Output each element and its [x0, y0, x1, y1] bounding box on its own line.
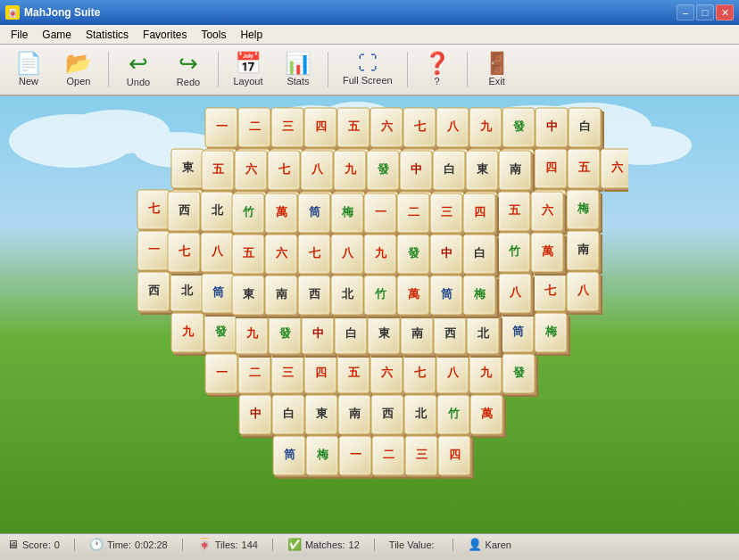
score-icon: 🖥: [7, 538, 19, 551]
title-bar: 🀄 MahJong Suite – □ ✕: [0, 0, 739, 25]
new-button[interactable]: 📄 New: [5, 47, 52, 92]
stats-icon: 📊: [285, 53, 311, 74]
time-display: 🕐 Time: 0:02:28: [89, 538, 168, 551]
status-sep-5: [453, 539, 453, 551]
score-label: Score:: [22, 539, 51, 550]
fullscreen-label: Full Screen: [343, 75, 393, 86]
open-label: Open: [67, 76, 91, 86]
maximize-button[interactable]: □: [696, 4, 714, 21]
game-area: [0, 96, 739, 533]
title-bar-left: 🀄 MahJong Suite: [5, 5, 100, 20]
toolbar-separator-3: [328, 52, 328, 87]
fullscreen-icon: ⛶: [358, 54, 378, 73]
redo-icon: ↪: [179, 52, 198, 75]
new-label: New: [19, 76, 38, 86]
stats-button[interactable]: 📊 Stats: [275, 47, 321, 92]
layout-icon: 📅: [235, 53, 262, 74]
matches-icon: ✅: [287, 538, 302, 551]
tiles-icon: 🀄: [197, 538, 212, 551]
toolbar-separator-1: [108, 52, 109, 87]
exit-button[interactable]: 🚪 Exit: [474, 47, 520, 92]
open-icon: 📂: [65, 53, 92, 74]
menu-game[interactable]: Game: [35, 25, 79, 44]
exit-icon: 🚪: [484, 53, 511, 74]
exit-label: Exit: [488, 76, 504, 86]
time-label: Time:: [107, 539, 131, 550]
layout-button[interactable]: 📅 Layout: [225, 47, 271, 92]
status-sep-2: [182, 539, 183, 551]
menu-help[interactable]: Help: [233, 25, 270, 44]
redo-label: Redo: [177, 77, 200, 87]
toolbar: 📄 New 📂 Open ↩ Undo ↪ Redo 📅 Layout 📊 St…: [0, 45, 739, 96]
score-value: 0: [54, 539, 60, 550]
redo-button[interactable]: ↪ Redo: [165, 47, 212, 92]
toolbar-separator-5: [467, 52, 468, 87]
tiles-label: Tiles:: [215, 539, 238, 550]
user-icon: 👤: [468, 538, 482, 551]
user-label: Karen: [486, 539, 511, 550]
status-sep-4: [374, 539, 375, 551]
close-button[interactable]: ✕: [716, 4, 734, 21]
menu-bar: File Game Statistics Favorites Tools Hel…: [0, 25, 739, 45]
matches-value: 12: [349, 539, 360, 550]
window-title: MahJong Suite: [24, 6, 100, 19]
undo-label: Undo: [127, 77, 150, 87]
layout-label: Layout: [233, 76, 262, 86]
stats-label: Stats: [286, 76, 309, 86]
tile-board: [111, 101, 628, 511]
undo-button[interactable]: ↩ Undo: [115, 47, 162, 92]
menu-tools[interactable]: Tools: [194, 25, 233, 44]
open-button[interactable]: 📂 Open: [55, 47, 102, 92]
user-display: 👤 Karen: [468, 538, 511, 551]
time-value: 0:02:28: [135, 539, 168, 550]
status-sep-3: [272, 539, 273, 551]
minimize-button[interactable]: –: [677, 4, 694, 21]
toolbar-separator-2: [218, 52, 219, 87]
window-controls: – □ ✕: [677, 4, 734, 21]
menu-statistics[interactable]: Statistics: [79, 25, 136, 44]
app-icon: 🀄: [5, 5, 20, 20]
toolbar-separator-4: [407, 52, 408, 87]
help-button[interactable]: ❓ ?: [414, 47, 461, 92]
new-icon: 📄: [15, 53, 42, 74]
status-sep-1: [74, 539, 75, 551]
score-display: 🖥 Score: 0: [7, 538, 60, 551]
matches-label: Matches:: [305, 539, 345, 550]
undo-icon: ↩: [129, 52, 148, 75]
menu-favorites[interactable]: Favorites: [136, 25, 194, 44]
fullscreen-button[interactable]: ⛶ Full Screen: [335, 47, 401, 92]
tiles-value: 144: [242, 539, 258, 550]
tile-value-label: Tile Value:: [389, 539, 435, 550]
menu-file[interactable]: File: [4, 25, 35, 44]
mahjong-canvas[interactable]: [111, 101, 628, 511]
tile-value-display: Tile Value:: [389, 539, 438, 550]
matches-display: ✅ Matches: 12: [287, 538, 360, 551]
tiles-display: 🀄 Tiles: 144: [197, 538, 258, 551]
help-label: ?: [435, 76, 440, 86]
status-bar: 🖥 Score: 0 🕐 Time: 0:02:28 🀄 Tiles: 144 …: [0, 533, 739, 555]
help-icon: ❓: [424, 53, 451, 74]
time-icon: 🕐: [89, 538, 104, 551]
